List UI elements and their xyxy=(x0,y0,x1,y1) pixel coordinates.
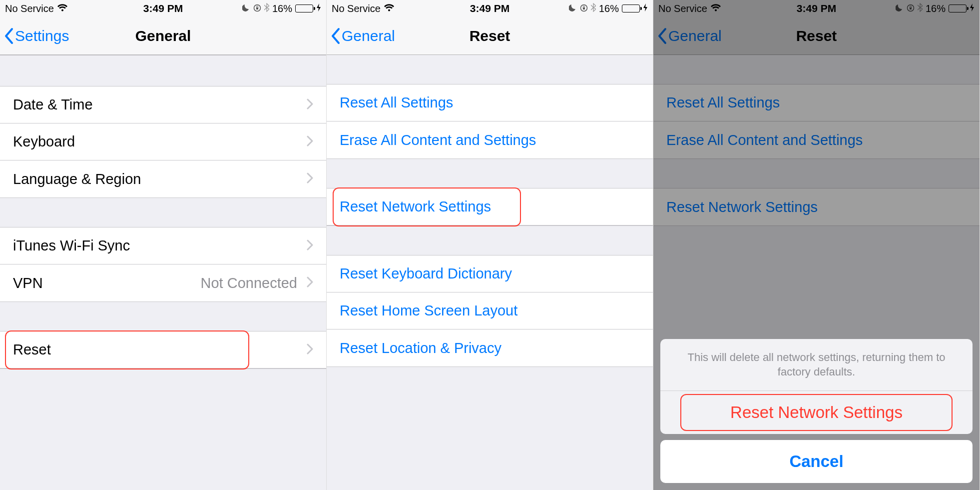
row-reset-location-privacy[interactable]: Reset Location & Privacy xyxy=(327,330,653,366)
chevron-right-icon xyxy=(306,239,313,253)
bluetooth-icon xyxy=(591,3,596,14)
row-label: Language & Region xyxy=(13,171,141,188)
nav-bar: Settings General xyxy=(0,17,326,55)
back-button[interactable]: General xyxy=(327,28,395,44)
bolt-icon xyxy=(643,3,648,14)
row-label: Reset Keyboard Dictionary xyxy=(340,266,512,282)
row-label: Keyboard xyxy=(13,134,75,150)
confirm-label: Reset Network Settings xyxy=(730,403,903,422)
row-label: Reset Network Settings xyxy=(340,198,491,215)
svg-rect-3 xyxy=(583,8,585,10)
bluetooth-icon xyxy=(264,3,269,14)
moon-icon xyxy=(242,3,250,14)
row-language-region[interactable]: Language & Region xyxy=(0,160,326,198)
chevron-right-icon xyxy=(306,172,313,186)
bolt-icon xyxy=(316,3,321,14)
nav-title: Reset xyxy=(470,28,510,44)
chevron-right-icon xyxy=(306,276,313,290)
cancel-label: Cancel xyxy=(789,452,843,471)
chevron-right-icon xyxy=(306,98,313,112)
wifi-icon xyxy=(384,3,395,14)
action-sheet-group: This will delete all network settings, r… xyxy=(660,339,973,434)
row-erase-all-content[interactable]: Erase All Content and Settings xyxy=(327,122,653,158)
nav-bar: General Reset xyxy=(327,17,653,55)
row-reset[interactable]: Reset xyxy=(0,332,326,368)
svg-rect-1 xyxy=(256,8,258,10)
orientation-lock-icon xyxy=(253,3,261,14)
nav-title: General xyxy=(135,28,191,44)
screen-general: No Service 3:49 PM 16% Settings General … xyxy=(0,0,327,490)
row-label: Reset Location & Privacy xyxy=(340,340,501,356)
row-reset-all-settings[interactable]: Reset All Settings xyxy=(327,84,653,122)
row-keyboard[interactable]: Keyboard xyxy=(0,124,326,160)
chevron-right-icon xyxy=(306,343,313,357)
row-vpn[interactable]: VPN Not Connected xyxy=(0,264,326,302)
moon-icon xyxy=(569,3,577,14)
screen-reset: No Service 3:49 PM 16% General Reset Res… xyxy=(327,0,653,490)
wifi-icon xyxy=(57,3,68,14)
back-button[interactable]: Settings xyxy=(0,28,69,44)
row-reset-keyboard-dictionary[interactable]: Reset Keyboard Dictionary xyxy=(327,256,653,292)
back-label: General xyxy=(342,28,395,44)
back-label: Settings xyxy=(15,28,69,44)
action-sheet: This will delete all network settings, r… xyxy=(660,339,973,483)
screen-reset-confirm: No Service 3:49 PM 16% General Reset Res… xyxy=(653,0,980,490)
chevron-right-icon xyxy=(306,135,313,149)
row-label: Reset Home Screen Layout xyxy=(340,302,517,319)
status-bar: No Service 3:49 PM 16% xyxy=(0,0,326,17)
clock-label: 3:49 PM xyxy=(143,2,183,14)
action-sheet-message: This will delete all network settings, r… xyxy=(660,339,973,391)
battery-icon xyxy=(295,4,313,12)
orientation-lock-icon xyxy=(580,3,588,14)
row-label: VPN xyxy=(13,275,43,292)
cancel-button[interactable]: Cancel xyxy=(660,440,973,483)
row-label: Reset xyxy=(13,342,51,358)
content: Date & Time Keyboard Language & Region i… xyxy=(0,55,326,369)
battery-percent: 16% xyxy=(599,3,619,14)
row-date-time[interactable]: Date & Time xyxy=(0,86,326,124)
clock-label: 3:49 PM xyxy=(470,2,509,14)
status-bar: No Service 3:49 PM 16% xyxy=(327,0,653,17)
battery-icon xyxy=(622,4,640,12)
row-reset-network-settings[interactable]: Reset Network Settings xyxy=(327,188,653,226)
battery-percent: 16% xyxy=(272,3,292,14)
row-label: Reset All Settings xyxy=(340,94,453,111)
carrier-label: No Service xyxy=(5,3,54,14)
row-reset-home-screen[interactable]: Reset Home Screen Layout xyxy=(327,292,653,330)
row-label: iTunes Wi-Fi Sync xyxy=(13,238,130,254)
confirm-reset-network-button[interactable]: Reset Network Settings xyxy=(660,391,973,434)
row-label: Erase All Content and Settings xyxy=(340,132,536,148)
row-itunes-wifi-sync[interactable]: iTunes Wi-Fi Sync xyxy=(0,228,326,264)
content: Reset All Settings Erase All Content and… xyxy=(327,55,653,367)
row-label: Date & Time xyxy=(13,96,93,113)
carrier-label: No Service xyxy=(332,3,381,14)
row-value: Not Connected xyxy=(201,275,297,292)
